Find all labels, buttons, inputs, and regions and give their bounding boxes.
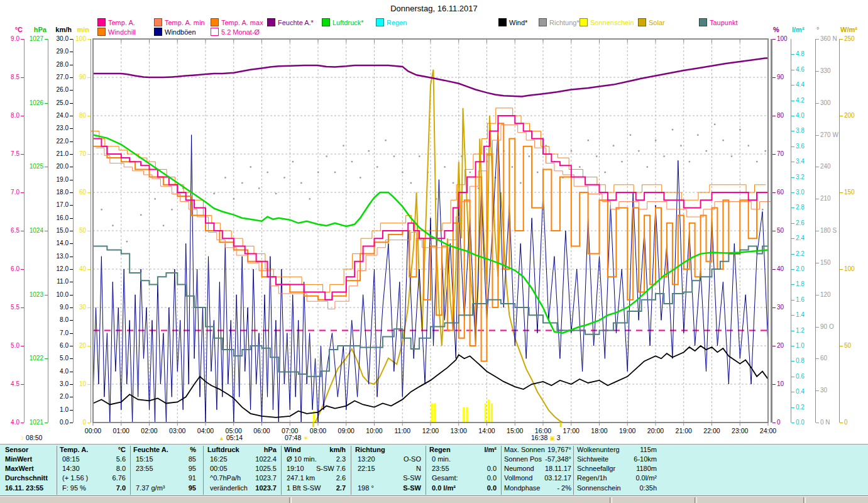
series-richtung: [655, 140, 656, 141]
axis-header-rain-axis: l/m²: [792, 26, 805, 33]
series-richtung: [588, 140, 589, 141]
x-axis-label: 04:00: [194, 427, 217, 434]
series-richtung: [351, 161, 353, 162]
axis-tick: [70, 218, 73, 219]
axis-tick-label: 4.5: [0, 381, 19, 387]
cell-value: 2.7: [297, 484, 346, 492]
series-richtung: [241, 182, 243, 184]
axis-tick-label: 210: [820, 196, 831, 202]
x-axis-label: 03:00: [166, 427, 189, 434]
legend-label: Temp. A. min: [165, 19, 205, 26]
axis-tick-label: 70: [61, 151, 86, 157]
axis-tick-label: 4.6: [796, 67, 805, 73]
cell-value: 6.76: [77, 474, 126, 482]
condition-value: 1180m: [625, 465, 657, 473]
axis-tick-label: 22.0: [43, 138, 69, 145]
axis-tick: [840, 116, 843, 116]
legend-label: Wind*: [509, 19, 527, 26]
astro-value: 03.12.17: [532, 474, 571, 482]
axis-tick: [21, 192, 24, 193]
axis-tick-label: 30: [820, 387, 827, 394]
series-sonnenschein: [485, 404, 486, 423]
axis-tick: [791, 423, 794, 423]
axis-tick-label: 150: [844, 189, 855, 196]
series-sonnenschein: [434, 404, 436, 423]
column-unit: hPa: [239, 446, 277, 454]
series-sonnenschein: [431, 404, 433, 423]
x-axis-label: 01:00: [110, 427, 133, 434]
column-header: Temp. A.: [60, 446, 88, 454]
axis-header-temp-axis: °C: [0, 26, 23, 33]
axis-tick-label: 90: [777, 74, 784, 80]
legend-label: Temp. A. max: [221, 19, 263, 26]
axis-tick: [840, 192, 843, 193]
series-richtung: [697, 135, 698, 136]
series-richtung: [292, 161, 294, 162]
annotation-08-50: ☽08:50: [19, 434, 42, 441]
series-richtung: [748, 145, 749, 146]
x-axis-label: 14:00: [476, 427, 498, 434]
axis-tick: [87, 346, 91, 346]
axis-tick-label: 0: [844, 419, 848, 426]
axis-tick: [87, 39, 91, 40]
series-richtung: [756, 161, 757, 162]
table-separator: [501, 446, 502, 495]
legend-item-windchill: Windchill: [97, 28, 136, 35]
axis-tick: [816, 167, 819, 167]
series-richtung: [672, 129, 673, 130]
axis-tick-label: 1025: [18, 163, 43, 170]
condition-value: 0.0l/m²: [625, 474, 657, 482]
annotation-time: 05:14: [226, 434, 243, 441]
weather-app-window: { "title": "Donnerstag, 16.11.2017", "le…: [0, 0, 868, 503]
axis-tick: [791, 207, 794, 208]
legend-swatch: [580, 18, 588, 26]
series-richtung: [376, 166, 378, 167]
axis-tick: [816, 231, 819, 231]
table-separator: [281, 446, 282, 495]
axis-tick-label: 2.8: [796, 204, 805, 211]
axis-tick: [791, 85, 794, 86]
annotation-time: 07:48: [285, 434, 301, 441]
annotation-time: 08:50: [26, 434, 42, 441]
axis-tick: [70, 167, 73, 167]
axis-tick-label: 180 S: [820, 228, 837, 234]
x-axis-label: 22:00: [701, 427, 723, 434]
axis-tick-label: 2.0: [796, 266, 805, 272]
axis-tick-label: 28.0: [43, 62, 69, 68]
cell-value: 1025.5: [228, 465, 277, 473]
legend-item-regen: Regen: [376, 18, 407, 26]
axis-tick: [70, 333, 73, 334]
legend-item-temp-a-min: Temp. A. min: [154, 18, 205, 26]
axis-tick-label: 5.0: [43, 355, 69, 362]
statusbar-separator: [610, 497, 612, 503]
axis-tick-label: 40: [61, 266, 86, 272]
legend-item-wind-: Wind*: [498, 18, 527, 26]
axis-tick-label: 50: [777, 228, 784, 234]
axis-tick: [87, 116, 91, 116]
column-header: Regen: [429, 446, 451, 454]
x-axis-label: 02:00: [138, 427, 161, 434]
axis-tick: [791, 146, 794, 147]
series-richtung: [171, 209, 172, 210]
cell-value: 91: [147, 474, 196, 482]
axis-tick: [70, 282, 73, 282]
axis-tick: [791, 223, 794, 224]
table-separator: [351, 446, 351, 495]
axis-tick: [816, 39, 819, 40]
legend-swatch: [211, 28, 219, 36]
axis-tick: [21, 154, 24, 155]
axis-tick: [87, 77, 91, 78]
axis-tick-label: 3.2: [796, 174, 805, 180]
axis-tick-label: 150: [820, 260, 831, 266]
legend-label: Luftdruck*: [332, 19, 364, 26]
axis-tick-label: 7.5: [0, 151, 19, 157]
axis-tick-label: 40: [777, 266, 784, 272]
series-sonnenschein: [463, 407, 464, 423]
table-separator: [573, 446, 574, 495]
axis-tick-label: 1.4: [796, 312, 805, 318]
axis-tick-label: 23.0: [43, 125, 69, 131]
annotation-suffix: 3: [555, 434, 561, 441]
axis-tick: [791, 407, 794, 408]
axis-tick: [791, 300, 794, 301]
axis-tick-label: 5.0: [0, 343, 19, 349]
